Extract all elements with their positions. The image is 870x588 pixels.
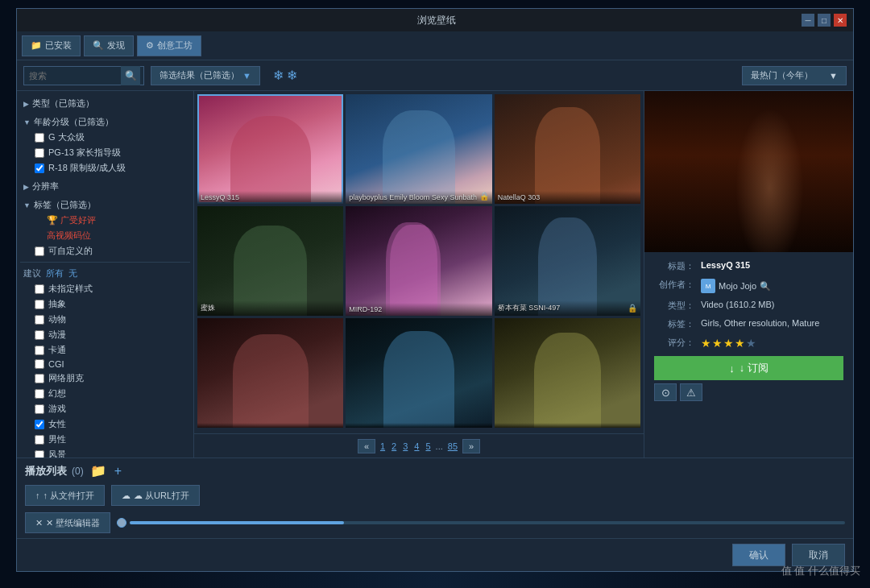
sidebar-type-header[interactable]: ▶ 类型（已筛选） [20,96,190,111]
wallpaper-item-2[interactable]: playboyplus Emily Bloom Sexy Sunbath 🔒 [346,94,491,204]
tag-anime-checkbox[interactable] [35,330,44,340]
age-pg13-label: PG-13 家长指导级 [48,147,121,159]
age-pg13-checkbox[interactable] [35,148,44,158]
open-file-button[interactable]: ↑ ↑ 从文件打开 [25,485,105,506]
tags-label: 标签（已筛选） [34,199,187,211]
search-button[interactable]: 🔍 [121,66,140,85]
tag-male-checkbox[interactable] [35,435,44,445]
minimize-button[interactable]: ─ [802,14,814,27]
tag-anime-row[interactable]: 动漫 [20,327,190,342]
page-85[interactable]: 85 [446,441,459,451]
sort-dropdown[interactable]: 最热门（今年） ▼ [742,66,847,85]
tag-game-row[interactable]: 游戏 [20,401,190,416]
recommend-all-btn[interactable]: 所有 [46,267,64,280]
brightness-slider[interactable] [117,518,845,528]
main-window: 浏览壁纸 ─ □ ✕ 📁 已安装 🔍 发现 ⚙ 创意工坊 🔍 筛选结果（已筛选）… [16,8,854,572]
tab-installed[interactable]: 📁 已安装 [22,35,81,56]
tag-cartoon-checkbox[interactable] [35,346,44,355]
tag-female-checkbox[interactable] [35,420,44,429]
tag-popular-row[interactable]: 🏆 广受好评 [20,213,190,228]
page-5[interactable]: 5 [424,441,432,451]
tag-cgi-checkbox[interactable] [35,359,44,369]
highbitrate-label: 高视频码位 [47,230,91,242]
wallpaper-item-9[interactable] [495,318,640,428]
wallpaper-item-3[interactable]: NatellaQ 303 [495,94,640,204]
tab-workshop[interactable]: ⚙ 创意工坊 [137,35,201,56]
tag-unspecified-label: 未指定样式 [48,283,93,295]
tag-unspecified-row[interactable]: 未指定样式 [20,281,190,296]
tag-abstract-checkbox[interactable] [35,300,44,309]
tag-highbitrate-row[interactable]: 高视频码位 [20,228,190,243]
cloud-icon: ☁ [122,491,130,501]
tag-cyberpunk-checkbox[interactable] [35,374,44,383]
pagination: « 1 2 3 4 5 ... 85 » [194,433,644,458]
tag-animal-checkbox[interactable] [35,315,44,325]
wallpaper-item-1[interactable]: LessyQ 315 [197,94,343,204]
tag-animal-row[interactable]: 动物 [20,312,190,327]
author-name: Mojo Jojo [719,281,756,291]
page-4[interactable]: 4 [412,441,420,451]
wallpaper-item-4[interactable]: 蜜姝 [197,206,343,316]
wallpaper-item-5[interactable]: MIRD-192 [346,206,491,316]
tag-male-row[interactable]: 男性 [20,432,190,447]
wallpaper-item-7[interactable] [197,318,343,428]
sidebar-resolution-header[interactable]: ▶ 分辨率 [20,179,190,194]
sidebar-age-header[interactable]: ▼ 年龄分级（已筛选） [20,114,190,130]
tag-female-row[interactable]: 女性 [20,416,190,432]
action-buttons: 确认 取消 [17,538,853,571]
tag-male-label: 男性 [48,433,66,445]
age-pg13-row[interactable]: PG-13 家长指导级 [20,145,190,160]
cancel-button[interactable]: 取消 [792,544,845,566]
next-page-btn[interactable]: » [462,439,480,453]
tag-fantasy-checkbox[interactable] [35,389,44,399]
wallpaper-label-8 [346,423,491,428]
tag-abstract-row[interactable]: 抽象 [20,296,190,312]
tag-fantasy-row[interactable]: 幻想 [20,386,190,401]
age-r18-checkbox[interactable] [35,164,44,173]
title-row: 标题： LessyQ 315 [654,260,843,272]
tag-cgi-row[interactable]: CGI [20,358,190,371]
tags-row: 标签： Girls, Other resolution, Mature [654,318,843,330]
page-1[interactable]: 1 [379,441,387,451]
close-button[interactable]: ✕ [834,14,847,27]
wallpaper-item-8[interactable] [346,318,491,428]
tag-landscape-checkbox[interactable] [35,450,44,458]
playlist-add-btn[interactable]: + [113,464,123,478]
open-url-button[interactable]: ☁ ☁ 从URL打开 [111,485,200,506]
wallpaper-grid-scroll[interactable]: LessyQ 315 playboyplus Emily Bloom Sexy … [194,91,644,433]
tag-game-checkbox[interactable] [35,404,44,414]
page-3[interactable]: 3 [401,441,409,451]
steam-extra-button[interactable]: ⊙ [654,383,677,401]
tag-landscape-row[interactable]: 风景 [20,447,190,458]
restore-button[interactable]: □ [818,14,831,27]
filter-button[interactable]: 筛选结果（已筛选） ▼ [151,66,260,85]
wallpaper-item-6[interactable]: 桥本有菜 SSNI-497 🔒 [495,206,640,316]
prev-page-btn[interactable]: « [358,439,375,453]
type-label: 类型（已筛选） [32,97,187,110]
slider-handle[interactable] [117,518,126,528]
tag-customizable-row[interactable]: 可自定义的 [20,243,190,259]
playlist-folder-btn[interactable]: 📁 [89,463,108,478]
editor-button[interactable]: ✕ ✕ 壁纸编辑器 [25,512,110,533]
tag-customizable-checkbox[interactable] [35,246,44,256]
subscribe-button[interactable]: ↓ ↓ 订阅 [654,356,843,380]
age-r18-row[interactable]: R-18 限制级/成人级 [20,160,190,176]
author-search-icon[interactable]: 🔍 [760,281,771,292]
tag-cartoon-row[interactable]: 卡通 [20,342,190,358]
age-g-row[interactable]: G 大众级 [20,130,190,145]
res-arrow-icon: ▶ [23,183,29,191]
search-input[interactable] [24,71,121,81]
sidebar-tags-header[interactable]: ▼ 标签（已筛选） [20,197,190,213]
tab-discover[interactable]: 🔍 发现 [84,35,134,56]
warning-extra-button[interactable]: ⚠ [680,383,702,401]
confirm-button[interactable]: 确认 [732,544,785,566]
resolution-label: 分辨率 [32,180,187,193]
page-2[interactable]: 2 [390,441,398,451]
age-g-checkbox[interactable] [35,133,44,143]
tag-cyberpunk-row[interactable]: 网络朋克 [20,371,190,386]
tag-cartoon-label: 卡通 [48,344,66,356]
window-title: 浏览壁纸 [72,14,802,27]
recommend-none-btn[interactable]: 无 [68,267,77,280]
recommend-label: 建议 [23,267,41,280]
tag-unspecified-checkbox[interactable] [35,284,44,294]
